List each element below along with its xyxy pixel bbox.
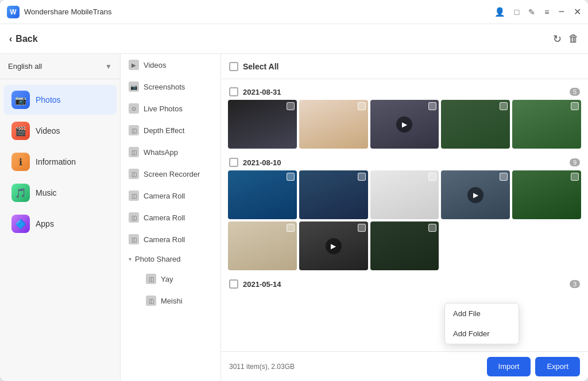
screen-recorder-mid-icon: ◫ — [129, 169, 139, 179]
photos-icon: 📷 — [11, 91, 30, 109]
thumb-checkbox-4[interactable] — [500, 102, 508, 110]
videos-mid-icon: ▶ — [129, 60, 139, 70]
count-badge-2: 9 — [570, 158, 580, 166]
thumb-checkbox-10[interactable] — [571, 173, 579, 181]
close-icon[interactable]: ✕ — [574, 6, 581, 17]
sidebar-label-information: Information — [36, 157, 76, 166]
photo-thumb-2[interactable] — [299, 100, 368, 149]
sidebar-item-music[interactable]: 🎵 Music — [3, 178, 117, 208]
bottom-bar: 3011 item(s), 2.03GB Import Export — [221, 351, 588, 381]
sidebar-item-photos[interactable]: 📷 Photos — [3, 85, 117, 115]
date-group-2-checkbox[interactable] — [229, 158, 238, 167]
sidebar-label-photos: Photos — [36, 95, 61, 104]
trash-icon[interactable]: 🗑 — [568, 33, 579, 45]
photo-shared-sub: ◫ Yay ◫ Meishi — [121, 268, 220, 312]
mid-item-videos[interactable]: ▶ Videos — [121, 54, 220, 76]
thumb-checkbox-1[interactable] — [287, 102, 295, 110]
square-icon[interactable]: □ — [514, 7, 519, 17]
thumb-checkbox-11[interactable] — [287, 224, 295, 232]
mid-item-meishi[interactable]: ◫ Meishi — [138, 290, 220, 312]
sidebar-item-videos[interactable]: 🎬 Videos — [3, 116, 117, 146]
date-group-1-checkbox[interactable] — [229, 87, 238, 96]
photo-thumb-12[interactable]: ▶ — [299, 221, 368, 270]
play-btn-1[interactable]: ▶ — [396, 116, 412, 133]
music-icon: 🎵 — [11, 184, 30, 202]
thumb-checkbox-3[interactable] — [428, 102, 436, 110]
edit-icon[interactable]: ✎ — [528, 7, 535, 17]
photo-shared-text: Photo Shared — [135, 255, 181, 263]
thumb-checkbox-6[interactable] — [287, 173, 295, 181]
mid-item-live-photos[interactable]: ⊙ Live Photos — [121, 98, 220, 119]
thumb-checkbox-2[interactable] — [358, 102, 366, 110]
thumb-checkbox-5[interactable] — [571, 102, 579, 110]
thumb-checkbox-7[interactable] — [358, 173, 366, 181]
dropdown-menu: Add File Add Folder — [444, 303, 519, 344]
mid-item-screenshots[interactable]: 📷 Screenshots — [121, 76, 220, 98]
photo-thumb-3[interactable]: ▶ — [370, 100, 439, 149]
thumb-checkbox-12[interactable] — [358, 224, 366, 232]
photo-thumb-4[interactable] — [441, 100, 510, 149]
photo-shared-label[interactable]: ▾ Photo Shared — [121, 250, 220, 268]
app-window: W Wondershare MobileTrans 👤 □ ✎ ≡ − ✕ ‹ … — [0, 0, 588, 381]
date-label-1: 2021-08-31 — [243, 88, 281, 96]
mid-item-camera-roll-3[interactable]: ◫ Camera Roll — [121, 228, 220, 250]
import-button[interactable]: Import — [487, 357, 531, 376]
select-all-checkbox[interactable] — [229, 62, 238, 71]
sub-header-actions: ↻ 🗑 — [553, 33, 579, 45]
minimize-icon[interactable]: − — [558, 6, 564, 18]
date-header-left-1: 2021-08-31 — [229, 87, 565, 96]
play-btn-3[interactable]: ▶ — [326, 238, 342, 254]
dropdown-add-folder[interactable]: Add Folder — [445, 324, 519, 344]
back-button[interactable]: ‹ Back — [9, 34, 38, 44]
thumb-checkbox-13[interactable] — [428, 224, 436, 232]
thumb-checkbox-9[interactable] — [500, 173, 508, 181]
photo-thumb-9[interactable]: ▶ — [441, 170, 510, 219]
person-icon[interactable]: 👤 — [494, 7, 505, 17]
title-bar: W Wondershare MobileTrans 👤 □ ✎ ≡ − ✕ — [0, 0, 588, 24]
mid-item-camera-roll-1[interactable]: ◫ Camera Roll — [121, 185, 220, 207]
count-badge-1: 5 — [570, 88, 580, 96]
undo-icon[interactable]: ↻ — [553, 33, 562, 45]
dropdown-add-file[interactable]: Add File — [445, 304, 519, 324]
date-label-2: 2021-08-10 — [243, 158, 281, 167]
sidebar-item-apps[interactable]: 🔷 Apps — [3, 209, 117, 239]
sidebar-label-apps: Apps — [36, 219, 54, 228]
mid-item-depth-effect[interactable]: ◫ Depth Effect — [121, 119, 220, 141]
photo-empty-2 — [512, 221, 581, 270]
photo-thumb-1[interactable] — [228, 100, 297, 149]
sidebar-item-information[interactable]: ℹ Information — [3, 147, 117, 177]
photo-thumb-5[interactable] — [512, 100, 581, 149]
export-button[interactable]: Export — [535, 357, 580, 376]
date-header-3: 2021-05-14 3 — [228, 276, 581, 292]
device-dropdown[interactable]: English all ▼ — [0, 54, 120, 79]
title-controls: 👤 □ ✎ ≡ − ✕ — [494, 6, 581, 18]
photo-thumb-6[interactable] — [228, 170, 297, 219]
app-logo: W — [7, 6, 20, 18]
thumb-checkbox-8[interactable] — [428, 173, 436, 181]
count-badge-3: 3 — [570, 280, 580, 288]
photo-thumb-11[interactable] — [228, 221, 297, 270]
bottom-info: 3011 item(s), 2.03GB — [229, 363, 295, 371]
info-icon: ℹ — [11, 153, 30, 171]
sidebar-label-videos: Videos — [36, 126, 60, 135]
photo-thumb-8[interactable] — [370, 170, 439, 219]
photo-empty-1 — [441, 221, 510, 270]
menu-icon[interactable]: ≡ — [544, 7, 549, 17]
mid-item-screen-recorder[interactable]: ◫ Screen Recorder — [121, 163, 220, 185]
bottom-actions: Import Export — [487, 357, 580, 376]
date-header-left-3: 2021-05-14 — [229, 279, 565, 289]
mid-item-yay[interactable]: ◫ Yay — [138, 268, 220, 290]
date-group-3-checkbox[interactable] — [229, 279, 238, 289]
back-label: Back — [16, 34, 37, 44]
photo-thumb-7[interactable] — [299, 170, 368, 219]
photo-thumb-13[interactable] — [370, 221, 439, 270]
date-header-2: 2021-08-10 9 — [228, 154, 581, 170]
mid-item-whatsapp[interactable]: ◫ WhatsApp — [121, 141, 220, 163]
mid-item-camera-roll-2[interactable]: ◫ Camera Roll — [121, 207, 220, 228]
live-photos-mid-icon: ⊙ — [129, 103, 139, 114]
photo-thumb-10[interactable] — [512, 170, 581, 219]
play-btn-2[interactable]: ▶ — [467, 187, 483, 203]
dropdown-arrow-icon: ▼ — [105, 63, 112, 71]
right-content: Select All 2021-08-31 5 — [221, 54, 588, 381]
select-all-area: Select All — [229, 62, 279, 71]
